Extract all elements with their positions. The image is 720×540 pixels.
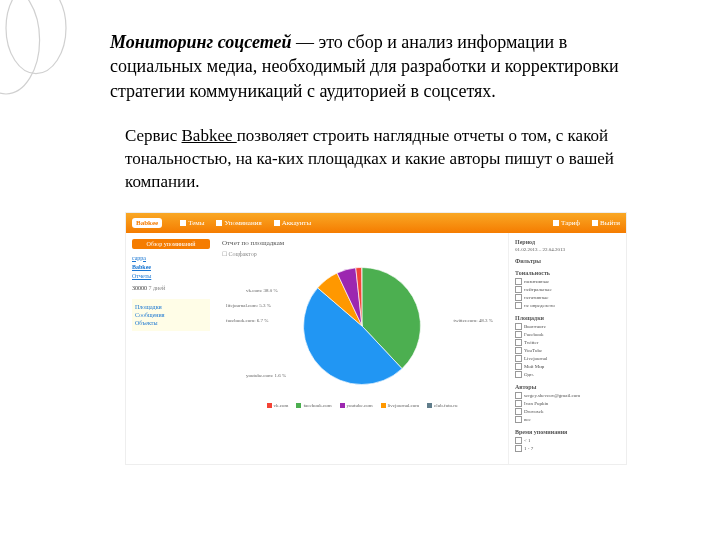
filter-option[interactable]: Twitter: [515, 339, 620, 346]
service-link: Babkee: [182, 126, 237, 145]
legend-item: club.foto.ru: [427, 403, 457, 408]
filter-option[interactable]: sergey.shevcov@gmail.com: [515, 392, 620, 399]
report-link[interactable]: Объекты: [135, 320, 207, 326]
pie-label: vk.com: 38.0 %: [246, 288, 278, 293]
pie-label: facebook.com: 6.7 %: [226, 318, 269, 323]
filter-option[interactable]: Livejournal: [515, 355, 620, 362]
logo: Babkee: [132, 218, 162, 228]
nav-item[interactable]: Упоминания: [216, 219, 261, 227]
paragraph: Сервис Babkee позволяет строить наглядны…: [125, 125, 650, 194]
checkbox-row[interactable]: ☐ Соцфактор: [222, 250, 502, 257]
topbar: Babkee Темы Упоминания Аккаунты Тариф Вы…: [126, 213, 626, 233]
nav-item[interactable]: Выйти: [592, 219, 620, 227]
filter-option[interactable]: не определено: [515, 302, 620, 309]
legend-item: livejournal.com: [381, 403, 420, 408]
period-value: 01.02.2013 – 22.04.2013: [515, 247, 620, 252]
sidebar-item[interactable]: Babkee: [132, 264, 210, 270]
sidebar-item[interactable]: Отчеты: [132, 273, 210, 279]
report-title: Отчет по площадкам: [222, 239, 502, 247]
pie-label: youtube.com: 1.6 %: [246, 373, 286, 378]
report-link[interactable]: Сообщения: [135, 312, 207, 318]
period-heading: Период: [515, 239, 620, 245]
filter-option[interactable]: Facebook: [515, 331, 620, 338]
filter-option[interactable]: Мой Мир: [515, 363, 620, 370]
overview-button[interactable]: Обзор упоминаний: [132, 239, 210, 249]
svg-point-1: [6, 0, 66, 74]
reports-block: Площадки Сообщения Объекты: [132, 299, 210, 331]
slide-decoration: [0, 0, 90, 100]
nav-item[interactable]: Темы: [180, 219, 204, 227]
screenshot-embed: Babkee Темы Упоминания Аккаунты Тариф Вы…: [125, 212, 627, 465]
filter-option[interactable]: Ivan Pupkin: [515, 400, 620, 407]
legend: vk.comfacebook.comyoutube.comlivejournal…: [222, 403, 502, 408]
legend-item: vk.com: [267, 403, 289, 408]
filter-option[interactable]: позитивные: [515, 278, 620, 285]
top-nav: Темы Упоминания Аккаунты: [180, 219, 311, 227]
top-right: Тариф Выйти: [553, 219, 620, 227]
main-panel: Отчет по площадкам ☐ Соцфактор vk.com: 3…: [216, 233, 508, 464]
nav-item[interactable]: Тариф: [553, 219, 580, 227]
heading: Мониторинг соцсетей — это сбор и анализ …: [110, 30, 650, 103]
legend-item: facebook.com: [296, 403, 331, 408]
sidebar-item[interactable]: cappa: [132, 255, 210, 261]
filter-option[interactable]: нейтральные: [515, 286, 620, 293]
svg-point-0: [0, 0, 40, 94]
nav-item[interactable]: Аккаунты: [274, 219, 312, 227]
filter-option[interactable]: 1 - 7: [515, 445, 620, 452]
pie-chart: [297, 261, 427, 391]
filter-option[interactable]: Drovosek: [515, 408, 620, 415]
heading-term: Мониторинг соцсетей: [110, 32, 292, 52]
filter-option[interactable]: < 1: [515, 437, 620, 444]
filter-option[interactable]: Одн.: [515, 371, 620, 378]
pie-label: lifejournal.com: 5.3 %: [226, 303, 271, 308]
filter-panel: Период 01.02.2013 – 22.04.2013 Фильтры Т…: [508, 233, 626, 464]
sidebar: Обзор упоминаний cappa Babkee Отчеты 300…: [126, 233, 216, 464]
filter-option[interactable]: все: [515, 416, 620, 423]
filter-option[interactable]: YouTube: [515, 347, 620, 354]
report-link[interactable]: Площадки: [135, 304, 207, 310]
pie-label: twitter.com: 48.3 %: [454, 318, 493, 323]
filter-option[interactable]: негативные: [515, 294, 620, 301]
legend-item: youtube.com: [340, 403, 373, 408]
filter-option[interactable]: Вконтакте: [515, 323, 620, 330]
